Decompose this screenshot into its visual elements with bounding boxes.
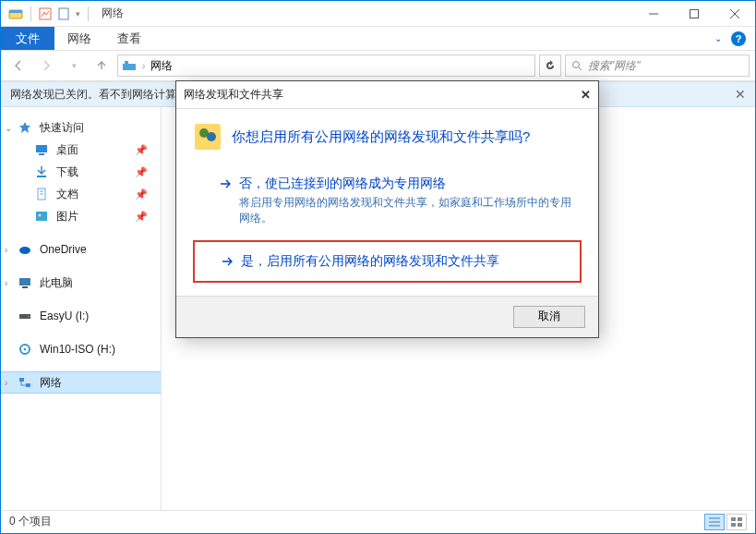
- sidebar-downloads[interactable]: 下载 📌: [1, 161, 161, 183]
- search-placeholder: 搜索"网络": [588, 58, 641, 74]
- dialog-title: 网络发现和文件共享: [184, 87, 283, 103]
- onedrive-icon: [18, 242, 32, 257]
- svg-rect-3: [59, 8, 68, 19]
- sidebar-item-label: EasyU (I:): [40, 309, 89, 322]
- recent-dropdown[interactable]: ▾: [62, 54, 86, 78]
- documents-icon: [34, 187, 49, 201]
- arrow-right-icon: [221, 255, 234, 268]
- svg-rect-36: [738, 523, 742, 527]
- pin-icon: 📌: [135, 211, 148, 223]
- svg-rect-8: [123, 64, 136, 70]
- search-input[interactable]: 搜索"网络": [565, 55, 750, 77]
- help-icon[interactable]: ?: [731, 31, 746, 46]
- view-switcher: [704, 514, 747, 530]
- back-button[interactable]: [6, 54, 30, 78]
- svg-rect-14: [39, 153, 44, 155]
- sidebar-item-label: Win10-ISO (H:): [40, 343, 115, 356]
- sidebar-drive-easyu[interactable]: EasyU (I:): [1, 305, 161, 327]
- svg-point-21: [19, 247, 30, 254]
- sidebar-documents[interactable]: 文档 📌: [1, 183, 161, 205]
- option-no-private[interactable]: 否，使已连接到的网络成为专用网络 将启用专用网络的网络发现和文件共享，如家庭和工…: [193, 166, 582, 235]
- pin-icon: 📌: [135, 144, 148, 156]
- sidebar-item-label: 图片: [56, 209, 78, 225]
- sidebar-desktop[interactable]: 桌面 📌: [1, 139, 161, 161]
- dialog-close-button[interactable]: ✕: [581, 88, 591, 102]
- chevron-right-icon[interactable]: ›: [5, 378, 7, 388]
- maximize-button[interactable]: [674, 1, 714, 27]
- up-button[interactable]: [90, 54, 114, 78]
- qat-properties-icon[interactable]: [39, 7, 52, 20]
- qat-new-icon[interactable]: [57, 7, 70, 20]
- svg-rect-13: [36, 145, 47, 152]
- view-details-button[interactable]: [704, 514, 725, 530]
- chevron-right-icon[interactable]: ›: [5, 278, 7, 288]
- sidebar-item-label: 快速访问: [40, 120, 84, 136]
- nav-sidebar: ⌄ 快速访问 桌面 📌 下载 📌 文档 📌 图片: [1, 107, 162, 510]
- cancel-button[interactable]: 取消: [513, 306, 585, 328]
- sidebar-item-label: 文档: [56, 187, 78, 202]
- svg-point-39: [207, 132, 216, 141]
- status-text: 0 个项目: [9, 514, 52, 529]
- svg-rect-22: [19, 278, 30, 285]
- svg-marker-12: [19, 122, 30, 133]
- disc-icon: [18, 342, 32, 357]
- svg-point-10: [573, 62, 580, 68]
- thispc-icon: [18, 275, 32, 290]
- sidebar-onedrive[interactable]: › OneDrive: [1, 238, 161, 261]
- ribbon-expand-icon[interactable]: ⌄: [714, 33, 722, 43]
- notification-close-icon[interactable]: ✕: [735, 87, 746, 102]
- network-location-icon: [122, 58, 137, 73]
- breadcrumb[interactable]: › 网络: [117, 55, 535, 77]
- sidebar-item-label: OneDrive: [40, 243, 87, 256]
- sidebar-thispc[interactable]: › 此电脑: [1, 272, 161, 294]
- svg-rect-29: [26, 383, 30, 387]
- quick-access-toolbar: ▾: [3, 6, 96, 21]
- minimize-button[interactable]: [633, 1, 674, 27]
- explorer-icon: [8, 6, 23, 21]
- sidebar-drive-win10iso[interactable]: Win10-ISO (H:): [1, 338, 161, 360]
- window-controls: [633, 1, 755, 27]
- pictures-icon: [34, 209, 49, 224]
- dialog-titlebar[interactable]: 网络发现和文件共享 ✕: [176, 81, 598, 109]
- option-title: 是，启用所有公用网络的网络发现和文件共享: [241, 253, 499, 270]
- star-icon: [18, 120, 32, 135]
- tab-network[interactable]: 网络: [54, 27, 104, 50]
- sidebar-pictures[interactable]: 图片 📌: [1, 205, 161, 227]
- forward-button[interactable]: [34, 54, 58, 78]
- button-label: 取消: [538, 309, 560, 324]
- svg-rect-15: [37, 176, 46, 177]
- svg-point-27: [24, 348, 27, 351]
- search-icon: [571, 60, 582, 71]
- breadcrumb-location[interactable]: 网络: [150, 58, 173, 74]
- svg-point-20: [39, 214, 42, 217]
- sidebar-network[interactable]: › 网络: [1, 371, 161, 394]
- chevron-right-icon[interactable]: ›: [5, 245, 7, 255]
- sidebar-quick-access[interactable]: ⌄ 快速访问: [1, 116, 161, 139]
- svg-rect-19: [36, 212, 47, 221]
- close-button[interactable]: [714, 1, 755, 27]
- qat-dropdown-icon[interactable]: ▾: [76, 9, 80, 18]
- pin-icon: 📌: [135, 166, 148, 178]
- refresh-button[interactable]: [539, 55, 561, 77]
- drive-icon: [18, 309, 32, 323]
- shield-users-icon: [193, 122, 222, 152]
- svg-rect-28: [19, 378, 24, 382]
- sidebar-item-label: 桌面: [56, 142, 78, 158]
- view-large-button[interactable]: [726, 514, 747, 530]
- svg-rect-5: [690, 9, 699, 18]
- chevron-right-icon[interactable]: ›: [140, 61, 147, 71]
- svg-rect-35: [731, 523, 736, 527]
- status-bar: 0 个项目: [2, 510, 754, 532]
- svg-rect-34: [738, 517, 742, 521]
- arrow-right-icon: [219, 177, 232, 190]
- svg-rect-33: [731, 517, 736, 521]
- tab-view[interactable]: 查看: [104, 27, 154, 50]
- option-yes-public[interactable]: 是，启用所有公用网络的网络发现和文件共享: [193, 240, 582, 283]
- svg-rect-23: [22, 286, 28, 288]
- sidebar-item-label: 网络: [40, 375, 62, 391]
- chevron-down-icon[interactable]: ⌄: [5, 123, 12, 133]
- window-title: 网络: [102, 6, 124, 21]
- dialog-heading-text: 你想启用所有公用网络的网络发现和文件共享吗?: [232, 128, 530, 146]
- svg-rect-1: [9, 10, 22, 13]
- tab-file[interactable]: 文件: [1, 27, 54, 50]
